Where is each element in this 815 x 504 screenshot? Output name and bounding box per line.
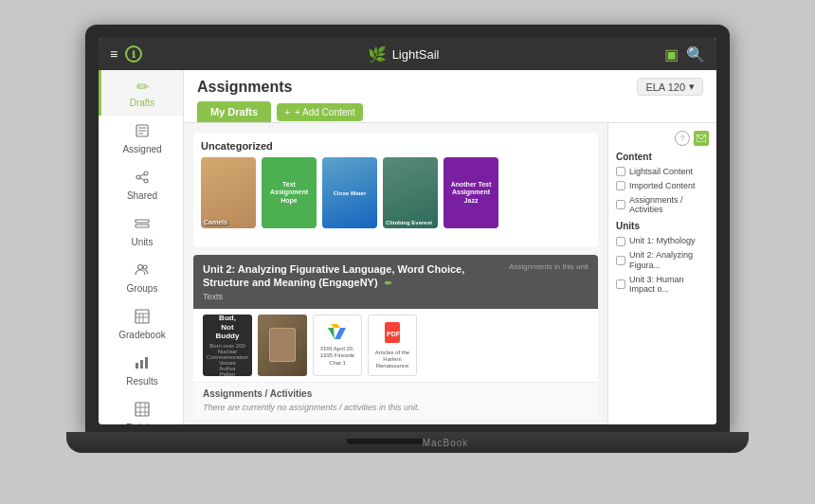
units-icon xyxy=(135,216,150,235)
screen: ≡ ℹ 🌿 LightSail ▣ 🔍 ✏ Draft xyxy=(99,38,716,424)
email-svg xyxy=(697,135,706,142)
header-center: 🌿 LightSail xyxy=(368,45,440,63)
rubrics-svg xyxy=(135,402,150,417)
main-with-sidebar: Uncategorized Camels xyxy=(184,123,716,424)
svg-rect-18 xyxy=(136,363,138,369)
unit2-filter-label: Unit 2: Analyzing Figura... xyxy=(629,250,709,271)
ela-label: ELA 120 xyxy=(645,81,685,93)
filter-unit3[interactable]: Unit 3: Human Impact o... xyxy=(616,275,709,296)
info-icon[interactable]: ℹ xyxy=(125,45,142,63)
unit2-checkbox[interactable] xyxy=(616,256,625,265)
email-icon[interactable] xyxy=(694,131,709,146)
plus-icon: + xyxy=(284,107,290,117)
sidebar-label-drafts: Drafts xyxy=(130,98,155,108)
activities-section: Assignments / Activities There are curre… xyxy=(193,382,598,420)
svg-point-12 xyxy=(143,265,147,269)
assignments-title: Assignments xyxy=(197,79,292,96)
imported-checkbox[interactable] xyxy=(616,181,625,190)
laptop: ≡ ℹ 🌿 LightSail ▣ 🔍 ✏ Draft xyxy=(66,25,749,479)
close-water-label: Close Water xyxy=(332,189,368,198)
hamburger-icon[interactable]: ≡ xyxy=(110,46,118,62)
filter-lightsail[interactable]: Lightsail Content xyxy=(616,167,709,177)
lightsail-label: Lightsail Content xyxy=(629,167,693,177)
text-photo-man[interactable] xyxy=(258,315,307,376)
header-right: ▣ 🔍 xyxy=(664,45,705,63)
add-content-button[interactable]: + + Add Content xyxy=(277,103,363,121)
ela-badge[interactable]: ELA 120 ▾ xyxy=(637,78,703,96)
book-camels[interactable]: Camels xyxy=(201,157,256,228)
tab-my-drafts[interactable]: My Drafts xyxy=(197,101,271,122)
laptop-notch xyxy=(347,439,423,444)
drive-svg xyxy=(328,324,347,340)
camels-label: Camels xyxy=(204,219,253,225)
pdf-doc-label: Articles of the Harlem Renaissance xyxy=(369,350,416,370)
unit3-checkbox[interactable] xyxy=(616,279,625,289)
logo-leaf-icon: 🌿 xyxy=(368,45,387,63)
svg-rect-21 xyxy=(136,403,149,416)
sidebar-label-groups: Groups xyxy=(127,283,158,294)
filter-assignments-activities[interactable]: Assignments / Activities xyxy=(616,195,709,216)
texts-row: Bud,NotBuddy Born over 200 NuclearCommem… xyxy=(203,315,589,376)
lightsail-checkbox[interactable] xyxy=(616,167,625,176)
app-title: LightSail xyxy=(392,47,440,62)
filter-unit1[interactable]: Unit 1: Mythology xyxy=(616,236,709,246)
svg-marker-27 xyxy=(335,328,346,339)
no-activities-text: There are currently no assignments / act… xyxy=(203,403,589,412)
sidebar-item-assigned[interactable]: Assigned xyxy=(99,116,183,162)
sidebar-item-units[interactable]: Units xyxy=(99,208,183,255)
screen-bezel: ≡ ℹ 🌿 LightSail ▣ 🔍 ✏ Draft xyxy=(85,25,730,432)
unit2-subtitle: Texts xyxy=(203,292,501,301)
ela-chevron: ▾ xyxy=(689,81,695,93)
book-text-assignment[interactable]: Text Assignment Hope xyxy=(262,157,317,228)
gradebook-icon xyxy=(135,309,150,328)
drafts-icon: ✏ xyxy=(136,78,149,96)
sidebar-item-rubrics[interactable]: Rubrics xyxy=(99,394,183,424)
assigned-svg xyxy=(135,123,150,138)
unit1-checkbox[interactable] xyxy=(616,237,625,246)
unit1-label: Unit 1: Mythology xyxy=(629,236,696,246)
text-pdf-doc[interactable]: PDF Articles of the Harlem Renaissance xyxy=(368,315,417,376)
units-filter-title: Units xyxy=(616,221,709,231)
sidebar-item-results[interactable]: Results xyxy=(99,348,183,394)
sidebar-item-shared[interactable]: Shared xyxy=(99,162,183,208)
book-close-water[interactable]: Close Water xyxy=(322,157,377,228)
svg-rect-13 xyxy=(136,310,149,323)
search-icon[interactable]: 🔍 xyxy=(686,45,705,63)
filter-unit2[interactable]: Unit 2: Analyzing Figura... xyxy=(616,250,709,271)
assignments-activities-checkbox[interactable] xyxy=(616,200,625,209)
sidebar-item-gradebook[interactable]: Gradebook xyxy=(99,301,183,348)
shared-icon xyxy=(135,170,150,189)
uncategorized-label: Uncategorized xyxy=(201,140,590,152)
help-icon[interactable]: ? xyxy=(675,131,690,146)
shared-svg xyxy=(135,170,150,185)
sidebar-label-units: Units xyxy=(132,237,154,247)
tabs-row: My Drafts + + Add Content xyxy=(197,101,703,122)
assignments-in-unit: Assignments in this unit xyxy=(509,262,589,271)
imported-label: Imported Content xyxy=(629,181,696,191)
edit-icon[interactable]: ✏ xyxy=(385,279,392,288)
results-icon xyxy=(135,355,150,374)
drive-doc-label: FDR April 20, 1935 Fireside Chat 1 xyxy=(314,346,361,367)
book-icon[interactable]: ▣ xyxy=(664,45,679,63)
book-climbing[interactable]: Climbing Everest xyxy=(383,157,438,228)
content-filter-title: Content xyxy=(616,152,709,162)
sidebar-label-gradebook: Gradebook xyxy=(118,330,165,340)
sidebar-item-drafts[interactable]: ✏ Drafts xyxy=(99,70,183,116)
text-bud-not-buddy[interactable]: Bud,NotBuddy Born over 200 NuclearCommem… xyxy=(203,315,252,376)
text-drive-doc[interactable]: FDR April 20, 1935 Fireside Chat 1 xyxy=(313,315,362,376)
svg-point-4 xyxy=(144,171,148,175)
results-svg xyxy=(135,355,150,370)
photo-placeholder xyxy=(269,328,296,362)
sidebar-item-groups[interactable]: Groups xyxy=(99,255,183,301)
svg-text:PDF: PDF xyxy=(387,331,401,337)
filter-imported[interactable]: Imported Content xyxy=(616,181,709,191)
book-another-test[interactable]: Another Test Assignment Jazz xyxy=(444,157,498,228)
sidebar-label-results: Results xyxy=(126,376,157,387)
drive-icon xyxy=(328,324,347,344)
pdf-svg: PDF xyxy=(383,321,402,344)
help-row: ? xyxy=(616,131,709,146)
books-row: Camels Text Assignment Hope xyxy=(201,157,590,228)
svg-point-6 xyxy=(144,179,148,183)
svg-point-5 xyxy=(136,175,140,179)
bud-text: Bud,NotBuddy Born over 200 NuclearCommem… xyxy=(207,315,248,376)
